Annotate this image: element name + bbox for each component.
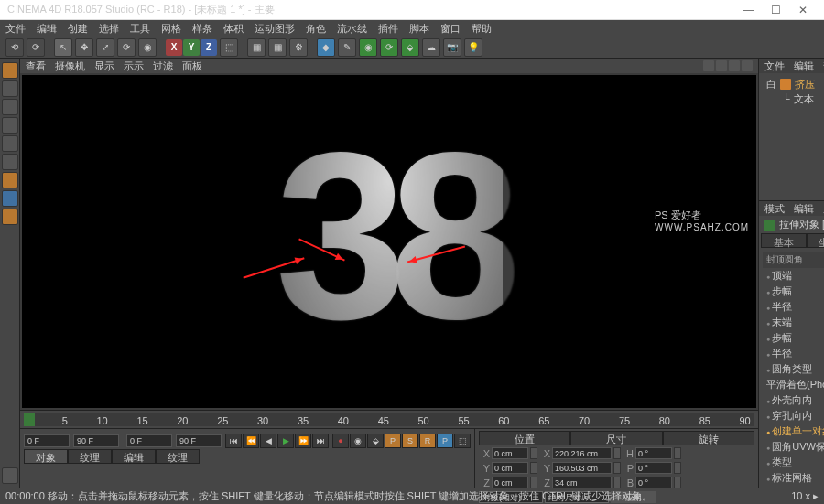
uv-mode[interactable]	[2, 190, 18, 207]
menu-mesh[interactable]: 网格	[161, 22, 181, 36]
attr-edit[interactable]: 编辑	[794, 202, 814, 216]
tab-basic[interactable]: 基本	[761, 233, 807, 248]
menu-window[interactable]: 窗口	[440, 22, 461, 36]
environment[interactable]: ☁	[422, 38, 440, 57]
tab-coord[interactable]: 坐标	[807, 233, 824, 248]
tree-item-text[interactable]: └ 文本	[766, 91, 824, 106]
step-back[interactable]: ⏪	[243, 434, 259, 448]
vp-zoom-icon[interactable]	[729, 60, 740, 71]
light-icon[interactable]: 💡	[464, 38, 482, 57]
key-pla[interactable]: ⬚	[454, 434, 471, 448]
point-mode[interactable]	[2, 117, 18, 134]
cube-primitive[interactable]: ◆	[317, 38, 335, 57]
render-view[interactable]: ▦	[247, 38, 266, 57]
texture-mode[interactable]	[2, 80, 18, 97]
size-y[interactable]	[552, 462, 612, 474]
redo-button[interactable]: ⟳	[27, 38, 45, 57]
vp-camera[interactable]: 摄像机	[55, 59, 85, 73]
menu-character[interactable]: 角色	[306, 22, 326, 36]
rot-h[interactable]	[635, 447, 672, 459]
menu-spline[interactable]: 样条	[192, 22, 212, 36]
minimize-button[interactable]: —	[734, 1, 762, 19]
x-axis-toggle[interactable]: X	[166, 39, 182, 56]
viewport[interactable]: 38 PS 爱好者 WWW.PSAHZ.COM	[22, 75, 756, 408]
z-axis-toggle[interactable]: Z	[201, 39, 217, 56]
extra-mode[interactable]	[2, 467, 18, 484]
generator[interactable]: ◉	[359, 38, 377, 57]
coord-tab-pos[interactable]: 位置	[479, 431, 570, 445]
om-file[interactable]: 文件	[764, 59, 785, 73]
coord-system[interactable]: ⬚	[220, 38, 238, 57]
menu-plugins[interactable]: 插件	[378, 22, 398, 36]
pos-z[interactable]	[492, 477, 528, 488]
menu-pipeline[interactable]: 流水线	[337, 22, 367, 36]
undo-button[interactable]: ⟲	[5, 38, 24, 57]
pos-y[interactable]	[492, 462, 528, 474]
play-forward[interactable]: ▶	[277, 434, 294, 448]
tab-texture[interactable]: 纹理	[68, 449, 112, 464]
key-pos[interactable]: P	[385, 434, 401, 448]
workplane-mode[interactable]	[2, 99, 18, 115]
coord-tab-size[interactable]: 尺寸	[570, 431, 662, 445]
vp-rotate-icon[interactable]	[742, 60, 753, 71]
play-back[interactable]: ◀	[260, 434, 276, 448]
tab-edit[interactable]: 编辑	[112, 449, 156, 464]
timeline-ruler[interactable]: 0 5 10 15 20 25 30 35 40 45 50 55 60 65 …	[24, 413, 754, 426]
vp-move-icon[interactable]	[716, 60, 727, 71]
menu-file[interactable]: 文件	[5, 22, 26, 36]
menu-script[interactable]: 脚本	[409, 22, 429, 36]
keyframe-sel[interactable]: ⬙	[367, 434, 384, 448]
menu-select[interactable]: 选择	[99, 22, 119, 36]
menu-edit[interactable]: 编辑	[37, 22, 57, 36]
size-z[interactable]	[552, 477, 612, 488]
tab-texture2[interactable]: 纹理	[156, 449, 200, 464]
deformer[interactable]: ⬙	[401, 38, 419, 57]
goto-start[interactable]: ⏮	[225, 434, 242, 448]
rotate-tool[interactable]: ⟳	[117, 38, 136, 57]
tab-object[interactable]: 对象	[24, 449, 68, 464]
tl-cur[interactable]	[126, 434, 172, 447]
last-tool[interactable]: ◉	[138, 38, 157, 57]
menu-help[interactable]: 帮助	[472, 22, 492, 36]
scale-tool[interactable]: ⤢	[96, 38, 114, 57]
key-scale[interactable]: S	[402, 434, 418, 448]
size-x[interactable]	[552, 447, 612, 459]
edge-mode[interactable]	[2, 135, 18, 152]
tree-item-white[interactable]: 白 挤压 ✓	[766, 77, 824, 91]
tl-end[interactable]	[73, 434, 119, 447]
vp-display[interactable]: 显示	[94, 59, 114, 73]
rot-p[interactable]	[635, 462, 672, 474]
tl-end2[interactable]	[176, 434, 222, 447]
tl-start[interactable]	[24, 434, 70, 447]
vp-panel[interactable]: 面板	[182, 59, 202, 73]
attr-mode[interactable]: 模式	[764, 202, 785, 216]
coord-tab-rot[interactable]: 旋转	[663, 431, 754, 445]
goto-end[interactable]: ⏭	[312, 434, 329, 448]
menu-volume[interactable]: 体积	[223, 22, 244, 36]
y-axis-toggle[interactable]: Y	[183, 39, 200, 56]
autokey-button[interactable]: ◉	[350, 434, 366, 448]
vp-filter[interactable]: 过滤	[153, 59, 173, 73]
render-pv[interactable]: ▦	[268, 38, 287, 57]
playhead[interactable]	[24, 413, 35, 426]
key-rot[interactable]: R	[419, 434, 436, 448]
spline-primitive[interactable]: ✎	[338, 38, 356, 57]
axis-mode[interactable]	[2, 172, 18, 188]
rot-b[interactable]	[635, 477, 672, 488]
object-tree[interactable]: 白 挤压 ✓ └ 文本	[759, 73, 824, 110]
timeline[interactable]: 0 5 10 15 20 25 30 35 40 45 50 55 60 65 …	[20, 410, 758, 428]
close-button[interactable]: ✕	[789, 1, 817, 19]
vp-view[interactable]: 查看	[26, 59, 46, 73]
pos-x[interactable]	[492, 447, 528, 459]
generator2[interactable]: ⟳	[380, 38, 398, 57]
key-param[interactable]: P	[437, 434, 453, 448]
maximize-button[interactable]: ☐	[762, 1, 789, 19]
vp-options[interactable]: 示示	[124, 59, 144, 73]
camera-icon[interactable]: 📷	[443, 38, 461, 57]
step-forward[interactable]: ⏩	[295, 434, 311, 448]
menu-tools[interactable]: 工具	[130, 22, 150, 36]
menu-create[interactable]: 创建	[68, 22, 88, 36]
poly-mode[interactable]	[2, 154, 18, 170]
vp-nav-icon[interactable]	[703, 60, 714, 71]
record-button[interactable]: ●	[332, 434, 349, 448]
